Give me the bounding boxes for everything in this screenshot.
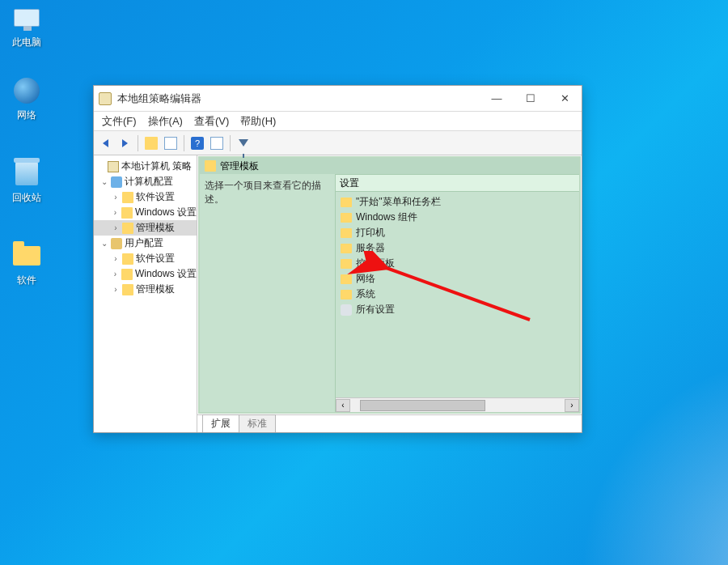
- tree-windows-settings[interactable]: › Windows 设置: [94, 205, 197, 220]
- horizontal-scrollbar[interactable]: ‹ ›: [336, 397, 579, 412]
- folder-icon: [341, 228, 352, 238]
- properties-icon: [210, 137, 223, 150]
- folder-icon: [122, 223, 133, 234]
- tree-software-settings-user[interactable]: › 软件设置: [94, 251, 197, 266]
- folder-icon: [121, 269, 133, 280]
- tab-standard[interactable]: 标准: [239, 414, 276, 432]
- desktop-icon-label: 回收站: [12, 191, 41, 205]
- tree-computer-config[interactable]: ⌄ 计算机配置: [94, 174, 197, 189]
- filter-icon: [239, 139, 248, 147]
- tree-admin-templates-user[interactable]: › 管理模板: [94, 282, 197, 297]
- globe-icon: [14, 78, 40, 104]
- show-hide-tree-button[interactable]: [162, 134, 180, 152]
- column-header-settings[interactable]: 设置: [336, 174, 579, 192]
- setting-system[interactable]: 系统: [336, 287, 579, 302]
- computer-icon: [111, 176, 122, 188]
- app-icon: [99, 92, 112, 105]
- gpedit-window: 本地组策略编辑器 — ☐ ✕ 文件(F) 操作(A) 查看(V) 帮助(H) ?: [93, 85, 582, 433]
- scroll-right-button[interactable]: ›: [565, 399, 579, 412]
- setting-server[interactable]: 服务器: [336, 240, 579, 256]
- desktop-icon-recycle-bin[interactable]: 回收站: [0, 157, 54, 205]
- window-controls: — ☐ ✕: [480, 86, 582, 112]
- all-settings-icon: [341, 304, 352, 316]
- tree-admin-templates[interactable]: › 管理模板: [94, 220, 197, 236]
- folder-icon: [341, 290, 352, 299]
- folder-icon: [122, 284, 133, 295]
- folder-icon: [205, 160, 216, 172]
- help-icon: ?: [191, 137, 204, 150]
- menu-help[interactable]: 帮助(H): [240, 114, 276, 129]
- folder-icon: [122, 253, 133, 265]
- setting-printers[interactable]: 打印机: [336, 225, 579, 240]
- tree-pane[interactable]: 本地计算机 策略 ⌄ 计算机配置 › 软件设置 › Windows 设置 › 管…: [94, 155, 197, 432]
- view-tabs: 扩展 标准: [197, 414, 582, 432]
- setting-windows-components[interactable]: Windows 组件: [336, 210, 579, 225]
- settings-list[interactable]: "开始"菜单和任务栏 Windows 组件 打印机: [336, 192, 579, 397]
- setting-network[interactable]: 网络: [336, 271, 579, 287]
- up-button[interactable]: [142, 134, 160, 152]
- recycle-bin-icon: [15, 161, 38, 185]
- filter-button[interactable]: [235, 134, 252, 152]
- properties-button[interactable]: [208, 134, 226, 152]
- desktop-icon-network[interactable]: 网络: [0, 74, 54, 122]
- desktop-icon-this-pc[interactable]: 此电脑: [0, 2, 54, 49]
- menu-action[interactable]: 操作(A): [148, 114, 183, 129]
- folder-icon: [121, 207, 133, 219]
- window-title: 本地组策略编辑器: [117, 91, 201, 106]
- folder-icon: [341, 244, 352, 253]
- menu-view[interactable]: 查看(V): [194, 114, 229, 129]
- pc-icon: [14, 9, 40, 27]
- tree-root[interactable]: 本地计算机 策略: [94, 159, 197, 174]
- arrow-left-icon: [103, 139, 108, 147]
- folder-icon: [341, 259, 352, 269]
- desktop-icon-software[interactable]: 软件: [0, 240, 54, 287]
- folder-icon: [341, 213, 352, 223]
- description-column: 选择一个项目来查看它的描述。: [200, 174, 336, 412]
- arrow-right-icon: [122, 139, 128, 147]
- user-icon: [111, 238, 122, 249]
- forward-button[interactable]: [116, 134, 133, 152]
- scroll-left-button[interactable]: ‹: [336, 399, 350, 412]
- close-button[interactable]: ✕: [548, 86, 582, 112]
- menu-file[interactable]: 文件(F): [102, 114, 137, 129]
- setting-control-panel[interactable]: 控制面板: [336, 256, 579, 271]
- content-pane: 管理模板 选择一个项目来查看它的描述。 设置 "开始"菜单和任务栏: [197, 155, 582, 432]
- maximize-button[interactable]: ☐: [514, 86, 548, 112]
- desktop-icon-label: 软件: [17, 274, 36, 287]
- back-button[interactable]: [96, 134, 114, 152]
- folder-icon: [122, 192, 133, 203]
- desktop-icon-label: 此电脑: [12, 36, 41, 49]
- desktop-icon-label: 网络: [17, 108, 36, 122]
- tree-windows-settings-user[interactable]: › Windows 设置: [94, 266, 197, 282]
- list-icon: [164, 137, 177, 150]
- policy-icon: [108, 161, 119, 172]
- scroll-thumb[interactable]: [360, 400, 485, 411]
- help-button[interactable]: ?: [188, 134, 206, 152]
- tree-user-config[interactable]: ⌄ 用户配置: [94, 236, 197, 251]
- folder-icon: [341, 198, 352, 207]
- setting-all-settings[interactable]: 所有设置: [336, 302, 579, 317]
- titlebar[interactable]: 本地组策略编辑器 — ☐ ✕: [94, 86, 582, 112]
- content-header: 管理模板: [200, 158, 579, 174]
- menubar: 文件(F) 操作(A) 查看(V) 帮助(H): [94, 112, 582, 131]
- toolbar: ?: [94, 131, 582, 155]
- setting-start-menu[interactable]: "开始"菜单和任务栏: [336, 194, 579, 210]
- folder-icon: [341, 274, 352, 284]
- tab-extended[interactable]: 扩展: [202, 414, 239, 432]
- minimize-button[interactable]: —: [480, 86, 514, 112]
- tree-software-settings[interactable]: › 软件设置: [94, 189, 197, 205]
- folder-icon: [13, 246, 40, 266]
- folder-up-icon: [145, 137, 158, 150]
